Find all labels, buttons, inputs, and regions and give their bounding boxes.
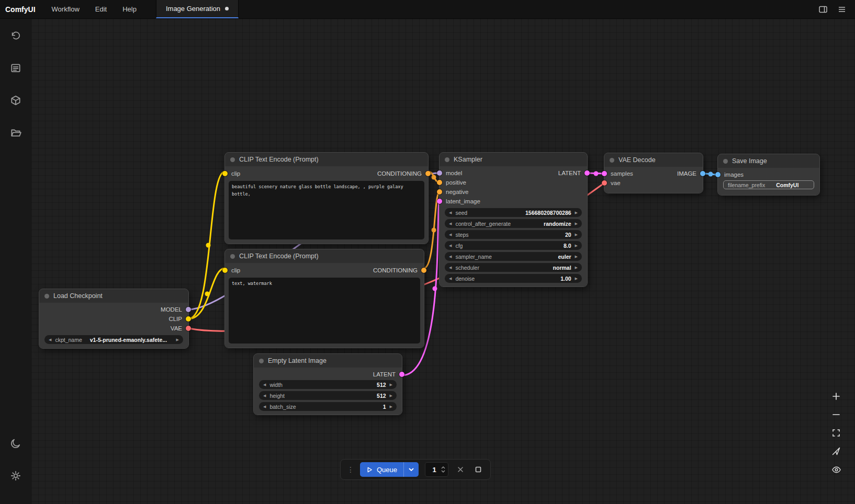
widget-scheduler[interactable]: ◀ scheduler normal ▶ [445,263,582,272]
zoom-in-icon[interactable] [831,391,841,402]
link-midpoint-dot[interactable] [433,287,437,291]
prev-value-icon[interactable]: ◀ [449,266,452,269]
prev-value-icon[interactable]: ◀ [449,222,452,225]
input-port-images[interactable] [715,172,721,177]
input-port-positive[interactable] [437,180,442,185]
link-midpoint-dot[interactable] [206,243,211,248]
output-port-conditioning[interactable] [421,268,426,273]
menu-edit[interactable]: Edit [87,0,115,18]
next-value-icon[interactable]: ▶ [176,338,179,341]
link-midpoint-dot[interactable] [432,175,436,180]
prev-value-icon[interactable]: ◀ [449,233,452,236]
next-value-icon[interactable]: ▶ [575,222,578,225]
queue-options-dropdown[interactable] [403,462,419,477]
widget-batch-size[interactable]: ◀ batch_size 1 ▶ [259,402,397,411]
widget-ckpt-name[interactable]: ◀ ckpt_name v1-5-pruned-emaonly.safete..… [44,335,183,344]
input-port-vae[interactable] [602,180,607,186]
input-port-clip[interactable] [222,171,228,176]
node-load-checkpoint[interactable]: Load Checkpoint MODEL CLIP VAE ◀ ckpt_na… [39,289,188,348]
node-title-bar[interactable]: CLIP Text Encode (Prompt) [225,153,428,166]
widget-seed[interactable]: ◀ seed 156680208700286 ▶ [445,208,582,217]
widget-cfg[interactable]: ◀ cfg 8.0 ▶ [445,241,582,250]
workflow-tab[interactable]: Image Generation [156,0,239,18]
output-port-latent[interactable] [399,372,404,377]
hamburger-menu-icon[interactable] [836,4,848,15]
wire-clip-negative[interactable] [188,268,225,319]
collapse-dot[interactable] [259,359,264,363]
settings-gear-icon[interactable] [5,465,26,486]
output-port-model[interactable] [186,307,191,312]
node-title-bar[interactable]: Load Checkpoint [39,289,188,303]
next-value-icon[interactable]: ▶ [575,244,578,247]
node-title-bar[interactable]: CLIP Text Encode (Prompt) [225,249,424,263]
node-title-bar[interactable]: KSampler [440,153,587,166]
queue-button[interactable]: Queue [360,462,403,477]
collapse-dot[interactable] [610,158,614,163]
link-midpoint-dot[interactable] [432,228,436,233]
node-canvas[interactable]: Load Checkpoint MODEL CLIP VAE ◀ ckpt_na… [31,19,855,504]
output-port-clip[interactable] [186,316,191,322]
widget-width[interactable]: ◀ width 512 ▶ [259,380,397,389]
node-vae-decode[interactable]: VAE Decode samples IMAGE vae [604,153,703,193]
queue-history-icon[interactable] [5,58,26,78]
input-port-latent-image[interactable] [437,199,442,204]
toggle-link-visibility-eye-icon[interactable] [831,464,841,475]
next-value-icon[interactable]: ▶ [390,394,392,397]
select-mode-cursor-icon[interactable] [831,446,841,456]
node-empty-latent-image[interactable]: Empty Latent Image LATENT ◀ width 512 ▶ … [254,354,402,415]
wire-clip-positive[interactable] [188,171,225,319]
widget-control-after-generate[interactable]: ◀ control_after_generate randomize ▶ [445,219,582,228]
zoom-out-icon[interactable] [831,409,841,420]
next-value-icon[interactable]: ▶ [575,266,578,269]
widget-filename-prefix[interactable]: filename_prefix ComfyUI [723,180,814,189]
node-clip-text-encode-negative[interactable]: CLIP Text Encode (Prompt) clip CONDITION… [225,249,424,348]
prev-value-icon[interactable]: ◀ [449,211,452,214]
link-midpoint-dot[interactable] [594,171,599,176]
workflow-history-icon[interactable] [5,25,26,46]
next-value-icon[interactable]: ▶ [575,255,578,258]
output-port-vae[interactable] [186,326,191,331]
node-ksampler[interactable]: KSampler model LATENT positive negative … [440,153,587,287]
node-title-bar[interactable]: VAE Decode [604,153,703,167]
prev-value-icon[interactable]: ◀ [263,394,266,397]
collapse-dot[interactable] [230,254,235,259]
stop-square-icon[interactable] [473,464,484,475]
next-value-icon[interactable]: ▶ [575,277,578,280]
prev-value-icon[interactable]: ◀ [449,277,452,280]
link-midpoint-dot[interactable] [708,172,713,177]
menu-workflow[interactable]: Workflow [44,0,87,18]
next-value-icon[interactable]: ▶ [575,211,578,214]
input-port-samples[interactable] [602,171,607,176]
collapse-dot[interactable] [445,157,449,162]
collapse-dot[interactable] [723,159,728,164]
next-value-icon[interactable]: ▶ [390,383,392,386]
workflows-folder-icon[interactable] [5,122,26,143]
prompt-textarea[interactable]: beautiful scenery nature glass bottle la… [229,181,424,239]
prev-value-icon[interactable]: ◀ [449,244,452,247]
node-title-bar[interactable]: Empty Latent Image [254,354,402,368]
spinner-up-icon[interactable] [441,466,446,469]
widget-denoise[interactable]: ◀ denoise 1.00 ▶ [445,274,582,283]
link-midpoint-dot[interactable] [205,292,210,296]
prev-value-icon[interactable]: ◀ [449,255,452,258]
interrupt-x-icon[interactable] [455,464,466,475]
widget-sampler-name[interactable]: ◀ sampler_name euler ▶ [445,252,582,261]
input-port-clip[interactable] [222,268,228,273]
next-value-icon[interactable]: ▶ [575,233,578,236]
node-title-bar[interactable]: Save Image [718,154,819,168]
input-port-negative[interactable] [437,189,442,194]
model-library-icon[interactable] [5,90,26,111]
panel-toggle-icon[interactable] [817,4,829,15]
node-clip-text-encode-positive[interactable]: CLIP Text Encode (Prompt) clip CONDITION… [225,153,428,244]
prev-value-icon[interactable]: ◀ [263,383,266,386]
batch-count-spinner[interactable]: 1 [425,462,448,477]
drag-handle-icon[interactable]: ⋮ [347,465,354,474]
prompt-textarea[interactable]: text, watermark [229,278,420,343]
output-port-conditioning[interactable] [425,171,431,176]
input-port-model[interactable] [437,170,442,176]
next-value-icon[interactable]: ▶ [390,405,392,408]
output-port-latent[interactable] [584,170,590,176]
collapse-dot[interactable] [44,294,49,299]
spinner-down-icon[interactable] [441,469,446,473]
collapse-dot[interactable] [230,157,235,162]
